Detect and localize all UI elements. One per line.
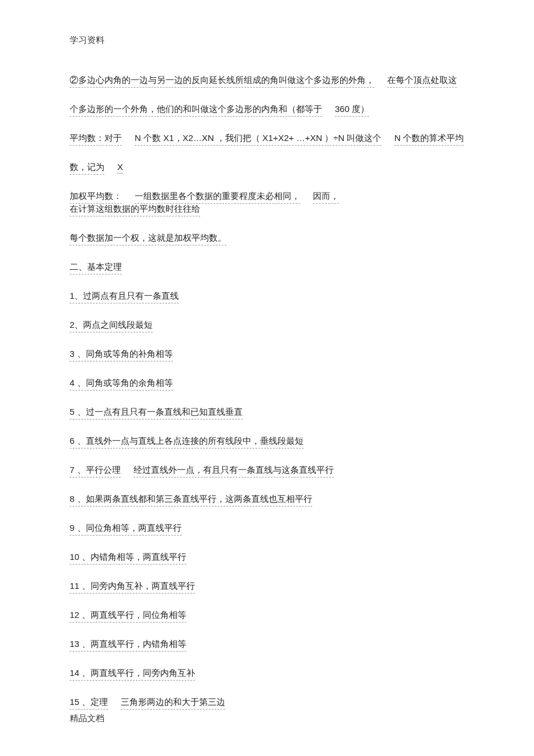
theorem-item: 11 、同旁内角互补，两直线平行	[70, 581, 464, 594]
theorem-item: 13 、两直线平行，内错角相等	[70, 639, 464, 652]
text-segment: 14 、两直线平行，同旁内角互补	[70, 668, 195, 681]
theorem-item: 1、过两点有且只有一条直线	[70, 291, 464, 303]
text-segment: 360 度）	[335, 104, 369, 117]
theorem-item: 7 、平行公理 经过直线外一点，有且只有一条直线与这条直线平行	[70, 465, 464, 478]
text-segment: 三角形两边的和大于第三边	[121, 697, 225, 710]
text-segment: 12 、两直线平行，同位角相等	[70, 610, 186, 623]
text-segment: 9 、同位角相等，两直线平行	[70, 523, 182, 536]
paragraph-line: 数，记为 X	[70, 162, 464, 175]
section-heading: 二、基本定理	[70, 262, 464, 274]
paragraph-line: 个多边形的一个外角，他们的和叫做这个多边形的内角和（都等于 360 度）	[70, 104, 464, 117]
paragraph-line: 平均数：对于 N 个数 X1，X2…XN ，我们把（ X1+X2+ …+XN ）…	[70, 133, 464, 146]
theorem-item: 5 、过一点有且只有一条直线和已知直线垂直	[70, 407, 464, 419]
text-segment: 4 、同角或等角的余角相等	[70, 378, 173, 390]
text-segment: 7 、平行公理	[70, 465, 121, 478]
theorem-item: 14 、两直线平行，同旁内角互补	[70, 668, 464, 681]
text-segment: 10 、内错角相等，两直线平行	[70, 552, 186, 565]
theorem-item: 15 、定理 三角形两边的和大于第三边	[70, 697, 464, 710]
text-segment: 因而，	[313, 191, 339, 204]
page-footer: 精品文档	[70, 713, 104, 724]
text-segment: 11 、同旁内角互补，两直线平行	[70, 581, 195, 594]
theorem-item: 8 、如果两条直线都和第三条直线平行，这两条直线也互相平行	[70, 494, 464, 507]
text-segment: ②多边心内角的一边与另一边的反向延长线所组成的角叫做这个多边形的外角，	[70, 75, 374, 88]
text-segment: 13 、两直线平行，内错角相等	[70, 639, 186, 652]
text-segment: 6 、直线外一点与直线上各点连接的所有线段中，垂线段最短	[70, 436, 304, 448]
text-segment: 加权平均数：	[70, 191, 122, 204]
paragraph-line: 每个数据加一个权，这就是加权平均数。	[70, 233, 464, 245]
paragraph-line: 加权平均数： 一组数据里各个数据的重要程度未必相同， 因而， 在计算这组数据的平…	[70, 191, 464, 216]
text-segment: 每个数据加一个权，这就是加权平均数。	[70, 233, 226, 245]
text-segment: 数，记为	[70, 162, 104, 175]
theorem-item: 2、两点之间线段最短	[70, 320, 464, 332]
theorem-item: 10 、内错角相等，两直线平行	[70, 552, 464, 565]
theorem-item: 4 、同角或等角的余角相等	[70, 378, 464, 390]
text-segment: 二、基本定理	[70, 262, 122, 274]
text-segment: 在计算这组数据的平均数时往往给	[70, 204, 200, 216]
text-segment: 8 、如果两条直线都和第三条直线平行，这两条直线也互相平行	[70, 494, 312, 507]
text-segment: 一组数据里各个数据的重要程度未必相同，	[135, 191, 300, 204]
theorem-item: 3 、同角或等角的补角相等	[70, 349, 464, 361]
text-segment: 在每个顶点处取这	[387, 75, 457, 88]
text-segment: 3 、同角或等角的补角相等	[70, 349, 173, 361]
text-segment: 个多边形的一个外角，他们的和叫做这个多边形的内角和（都等于	[70, 104, 322, 117]
text-segment: 2、两点之间线段最短	[70, 320, 153, 332]
theorem-item: 12 、两直线平行，同位角相等	[70, 610, 464, 623]
paragraph-line: ②多边心内角的一边与另一边的反向延长线所组成的角叫做这个多边形的外角， 在每个顶…	[70, 75, 464, 88]
text-segment: 平均数：对于	[70, 133, 122, 146]
theorem-item: 6 、直线外一点与直线上各点连接的所有线段中，垂线段最短	[70, 436, 464, 448]
text-segment: N 个数的算术平均	[394, 133, 464, 146]
text-segment: N 个数 X1，X2…XN ，我们把（ X1+X2+ …+XN ）÷N 叫做这个	[135, 133, 381, 146]
page-header: 学习资料	[70, 35, 464, 46]
document-page: 学习资料 ②多边心内角的一边与另一边的反向延长线所组成的角叫做这个多边形的外角，…	[0, 0, 534, 756]
text-segment: 1、过两点有且只有一条直线	[70, 291, 179, 303]
theorem-item: 9 、同位角相等，两直线平行	[70, 523, 464, 536]
text-segment: 5 、过一点有且只有一条直线和已知直线垂直	[70, 407, 243, 419]
text-segment: 15 、定理	[70, 697, 108, 710]
text-segment: 经过直线外一点，有且只有一条直线与这条直线平行	[134, 465, 334, 478]
text-segment: X	[117, 162, 123, 173]
